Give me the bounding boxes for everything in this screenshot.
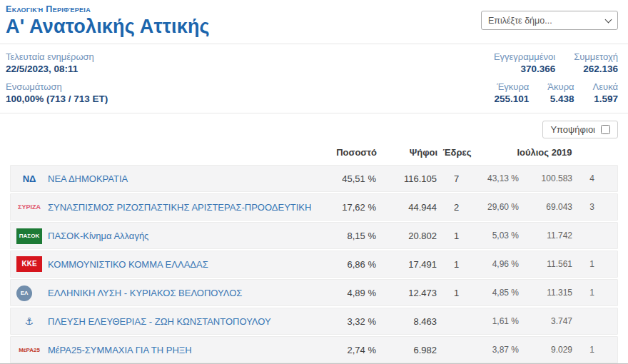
seats-cell: 1	[437, 259, 476, 270]
party-name-link[interactable]: ΝΕΑ ΔΗΜΟΚΡΑΤΙΑ	[48, 173, 312, 184]
seats-cell: 1	[437, 231, 476, 241]
party-name-link[interactable]: ΠΛΕΥΣΗ ΕΛΕΥΘΕΡΙΑΣ - ΖΩΗ ΚΩΝΣΤΑΝΤΟΠΟΥΛΟΥ	[48, 316, 312, 327]
party-name-link[interactable]: ΕΛΛΗΝΙΚΗ ΛΥΣΗ - ΚΥΡΙΑΚΟΣ ΒΕΛΟΠΟΥΛΟΣ	[48, 288, 312, 298]
prev-votes-cell: 11.315	[519, 288, 572, 298]
votes-cell: 6.982	[376, 345, 437, 355]
invalid-label: Άκυρα	[547, 81, 574, 92]
party-logo-icon: ΣΥΡΙΖΑ	[16, 199, 42, 215]
turnout-value: 262.136	[574, 64, 618, 74]
table-row[interactable]: ΕΛ ΕΛΛΗΝΙΚΗ ΛΥΣΗ - ΚΥΡΙΑΚΟΣ ΒΕΛΟΠΟΥΛΟΣ 4…	[10, 279, 618, 306]
registered-value: 370.366	[494, 64, 555, 74]
prev-votes-cell: 3.747	[519, 316, 572, 326]
seats-cell: 7	[437, 173, 476, 184]
table-header-row: Ποσοστό Ψήφοι Έδρες Ιούλιος 2019	[10, 146, 618, 165]
table-row[interactable]: ΠΑΣΟΚ ΠΑΣΟΚ-Κίνημα Αλλαγής 8,15 % 20.802…	[10, 222, 618, 249]
votes-cell: 8.463	[376, 316, 437, 327]
table-body: ΝΔ ΝΕΑ ΔΗΜΟΚΡΑΤΙΑ 45,51 % 116.105 7 43,1…	[10, 165, 618, 363]
valid-value: 255.101	[495, 93, 530, 104]
party-logo-icon: ΜέΡΑ25	[16, 343, 42, 358]
registered-label: Εγγεγραμμένοι	[494, 51, 555, 62]
blank-value: 1.597	[593, 93, 618, 104]
last-update-value: 22/5/2023, 08:11	[6, 64, 108, 74]
prev-votes-cell: 69.043	[519, 202, 572, 212]
chevron-down-icon	[605, 16, 612, 23]
table-row[interactable]: ΝΔ ΝΕΑ ΔΗΜΟΚΡΑΤΙΑ 45,51 % 116.105 7 43,1…	[10, 165, 618, 192]
integration-value: 100,00% (713 / 713 ΕΤ)	[6, 93, 108, 104]
page-title: Α' Ανατολικής Αττικής	[6, 16, 210, 38]
prev-percent-cell: 4,96 %	[476, 259, 519, 269]
last-update-label: Τελευταία ενημέρωση	[6, 51, 108, 62]
invalid-stat: Άκυρα 5.438	[547, 81, 574, 104]
integration-stat: Ενσωμάτωση 100,00% (713 / 713 ΕΤ)	[6, 81, 108, 104]
votes-cell: 44.944	[376, 202, 437, 213]
table-row[interactable]: ΣΥΡΙΖΑ ΣΥΝΑΣΠΙΣΜΟΣ ΡΙΖΟΣΠΑΣΤΙΚΗΣ ΑΡΙΣΤΕΡ…	[10, 193, 618, 221]
valid-label: Έγκυρα	[495, 81, 530, 92]
page-header: Εκλογική Περιφέρεια Α' Ανατολικής Αττική…	[0, 0, 628, 44]
prev-seats-cell: 3	[572, 202, 612, 212]
candidates-toggle-button[interactable]: Υποψήφιοι	[542, 121, 618, 138]
prev-seats-cell: 1	[572, 345, 612, 355]
prev-votes-cell: 100.583	[519, 173, 572, 183]
percent-cell: 17,62 %	[312, 202, 376, 213]
table-row[interactable]: ΜέΡΑ25 ΜέΡΑ25-ΣΥΜΜΑΧΙΑ ΓΙΑ ΤΗ ΡΗΞΗ 2,74 …	[10, 336, 618, 363]
municipality-select[interactable]: Επιλέξτε δήμο...	[481, 11, 618, 30]
prev-votes-cell: 11.742	[519, 231, 572, 241]
votes-cell: 12.473	[376, 288, 437, 298]
turnout-label: Συμμετοχή	[574, 51, 618, 62]
municipality-select-placeholder: Επιλέξτε δήμο...	[488, 16, 552, 26]
integration-label: Ενσωμάτωση	[6, 81, 108, 92]
party-logo-icon: ΕΛ	[16, 285, 32, 301]
valid-stat: Έγκυρα 255.101	[495, 81, 530, 104]
last-update-stat: Τελευταία ενημέρωση 22/5/2023, 08:11	[6, 51, 108, 74]
candidates-toggle-label: Υποψήφιοι	[550, 124, 595, 135]
prev-percent-cell: 29,60 %	[476, 202, 519, 212]
region-eyebrow: Εκλογική Περιφέρεια	[6, 4, 210, 14]
stats-left: Τελευταία ενημέρωση 22/5/2023, 08:11 Ενσ…	[6, 51, 108, 104]
results-table: Ποσοστό Ψήφοι Έδρες Ιούλιος 2019 ΝΔ ΝΕΑ …	[0, 143, 628, 364]
votes-cell: 20.802	[376, 231, 437, 241]
stats-band: Τελευταία ενημέρωση 22/5/2023, 08:11 Ενσ…	[0, 44, 628, 113]
prev-seats-cell: 1	[572, 288, 612, 298]
percent-cell: 4,89 %	[312, 288, 376, 298]
stats-row-top: Εγγεγραμμένοι 370.366 Συμμετοχή 262.136	[494, 51, 618, 74]
prev-percent-cell: 4,85 %	[476, 288, 519, 298]
party-name-link[interactable]: ΚΟΜΜΟΥΝΙΣΤΙΚΟ ΚΟΜΜΑ ΕΛΛΑΔΑΣ	[48, 259, 312, 270]
region-heading: Εκλογική Περιφέρεια Α' Ανατολικής Αττική…	[6, 4, 210, 38]
party-logo-icon: ΝΔ	[16, 171, 42, 186]
prev-seats-cell: 4	[572, 173, 612, 183]
prev-votes-cell: 11.561	[519, 259, 572, 269]
candidates-checkbox[interactable]	[601, 125, 610, 134]
election-results-page: Εκλογική Περιφέρεια Α' Ανατολικής Αττική…	[0, 0, 628, 364]
stats-row-bottom: Έγκυρα 255.101 Άκυρα 5.438 Λευκά 1.597	[494, 81, 618, 104]
toolbar: Υποψήφιοι	[0, 113, 628, 143]
header-percent: Ποσοστό	[313, 147, 377, 158]
percent-cell: 6,86 %	[312, 259, 376, 270]
blank-stat: Λευκά 1.597	[593, 81, 618, 104]
stats-right: Εγγεγραμμένοι 370.366 Συμμετοχή 262.136 …	[494, 51, 618, 104]
prev-percent-cell: 1,61 %	[476, 316, 519, 326]
percent-cell: 45,51 %	[312, 173, 376, 184]
party-name-link[interactable]: ΣΥΝΑΣΠΙΣΜΟΣ ΡΙΖΟΣΠΑΣΤΙΚΗΣ ΑΡΙΣΤΕΡΑΣ-ΠΡΟΟ…	[48, 202, 312, 213]
registered-stat: Εγγεγραμμένοι 370.366	[494, 51, 555, 74]
table-row[interactable]: ΚΚΕ ΚΟΜΜΟΥΝΙΣΤΙΚΟ ΚΟΜΜΑ ΕΛΛΑΔΑΣ 6,86 % 1…	[10, 251, 618, 278]
party-logo-icon: ΚΚΕ	[16, 256, 42, 272]
prev-percent-cell: 43,13 %	[476, 173, 519, 183]
seats-cell: 1	[437, 288, 476, 298]
prev-votes-cell: 9.029	[519, 345, 572, 355]
party-logo-icon: ⚓	[16, 313, 42, 329]
prev-seats-cell: 1	[572, 259, 612, 269]
votes-cell: 116.105	[376, 173, 437, 184]
table-row[interactable]: ⚓ ΠΛΕΥΣΗ ΕΛΕΥΘΕΡΙΑΣ - ΖΩΗ ΚΩΝΣΤΑΝΤΟΠΟΥΛΟ…	[10, 308, 618, 335]
votes-cell: 17.491	[376, 259, 437, 270]
prev-percent-cell: 5,03 %	[476, 231, 519, 241]
percent-cell: 8,15 %	[312, 231, 376, 241]
turnout-stat: Συμμετοχή 262.136	[574, 51, 618, 74]
party-name-link[interactable]: ΠΑΣΟΚ-Κίνημα Αλλαγής	[48, 231, 312, 241]
party-logo-icon: ΠΑΣΟΚ	[16, 228, 42, 244]
percent-cell: 3,32 %	[312, 316, 376, 327]
header-votes: Ψήφοι	[377, 147, 437, 158]
party-name-link[interactable]: ΜέΡΑ25-ΣΥΜΜΑΧΙΑ ΓΙΑ ΤΗ ΡΗΞΗ	[48, 345, 312, 355]
header-previous-election: Ιούλιος 2019	[477, 147, 612, 158]
header-seats: Έδρες	[437, 147, 477, 158]
prev-percent-cell: 3,87 %	[476, 345, 519, 355]
